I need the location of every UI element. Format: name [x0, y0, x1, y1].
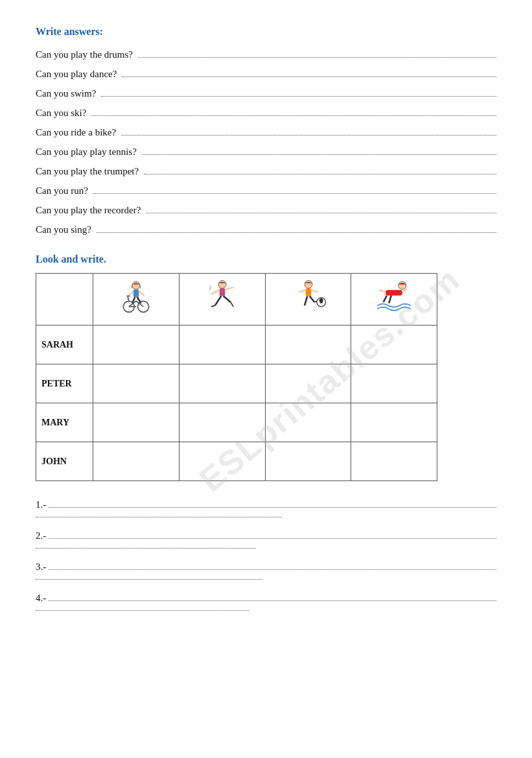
- question-text-5: Can you ride a bike?: [36, 127, 116, 138]
- svg-line-18: [224, 296, 231, 302]
- questions-section: Write answers: Can you play the drums? C…: [36, 26, 496, 235]
- writing-number-3: 3.-: [36, 562, 46, 573]
- svg-line-20: [231, 302, 233, 307]
- svg-text:♪: ♪: [208, 283, 212, 292]
- writing-item-4: 4.-: [36, 593, 496, 612]
- header-football: [265, 274, 351, 326]
- section1-title: Write answers:: [36, 26, 496, 38]
- writing-dotted-1a: [49, 507, 496, 508]
- header-dance: ♪: [179, 274, 266, 326]
- svg-line-32: [379, 290, 386, 292]
- svg-line-3: [139, 290, 145, 295]
- answer-line-6: [142, 154, 496, 155]
- swim-icon: [375, 279, 413, 318]
- question-text-10: Can you sing?: [36, 224, 91, 235]
- football-icon: [289, 279, 328, 318]
- table-row-mary: MARY: [36, 403, 437, 442]
- svg-line-24: [299, 290, 305, 292]
- table-header-row: ♪: [36, 274, 437, 326]
- header-empty: [36, 274, 93, 326]
- svg-line-27: [309, 296, 314, 302]
- header-swim: [351, 274, 437, 326]
- john-swim: [351, 442, 437, 481]
- writing-dotted-3a: [49, 569, 496, 570]
- bike-icon: [117, 279, 156, 318]
- svg-line-35: [389, 295, 391, 303]
- question-line-6: Can you play play tennis?: [36, 147, 496, 158]
- svg-rect-1: [133, 289, 139, 297]
- svg-line-25: [311, 290, 318, 292]
- question-line-3: Can you swim?: [36, 88, 496, 99]
- writing-section: 1.- 2.- 3.- 4.-: [36, 499, 496, 612]
- question-line-7: Can you play the trumpet?: [36, 166, 496, 177]
- writing-dotted-3b: [36, 579, 262, 580]
- question-line-10: Can you sing?: [36, 224, 496, 235]
- peter-swim: [351, 364, 437, 403]
- svg-line-17: [215, 296, 221, 305]
- question-line-2: Can you play dance?: [36, 69, 496, 80]
- question-text-1: Can you play the drums?: [36, 49, 133, 60]
- name-peter: PETER: [36, 364, 93, 403]
- name-john: JOHN: [36, 442, 93, 481]
- question-line-8: Can you run?: [36, 185, 496, 196]
- answer-line-4: [91, 115, 496, 116]
- peter-dance: [179, 364, 266, 403]
- name-sarah: SARAH: [36, 326, 93, 364]
- writing-line-4b: [36, 610, 496, 612]
- sarah-bike: [93, 326, 179, 364]
- answer-line-10: [97, 232, 496, 233]
- svg-line-15: [211, 290, 220, 294]
- writing-item-3: 3.-: [36, 562, 496, 581]
- look-write-section: Look and write.: [36, 254, 496, 481]
- sarah-dance: [179, 326, 266, 364]
- question-text-4: Can you ski?: [36, 108, 86, 119]
- svg-point-13: [218, 280, 226, 288]
- sarah-football: [265, 326, 351, 364]
- writing-dotted-4a: [49, 600, 496, 601]
- sarah-swim: [351, 326, 437, 364]
- svg-point-22: [305, 280, 312, 288]
- svg-line-11: [128, 296, 129, 301]
- writing-item-2: 2.-: [36, 530, 496, 550]
- question-line-5: Can you ride a bike?: [36, 127, 496, 138]
- question-text-8: Can you run?: [36, 185, 88, 196]
- answer-line-2: [122, 77, 496, 77]
- john-football: [265, 442, 351, 481]
- mary-bike: [93, 403, 179, 442]
- question-text-9: Can you play the recorder?: [36, 205, 141, 216]
- table-row-sarah: SARAH: [36, 326, 437, 364]
- question-line-9: Can you play the recorder?: [36, 205, 496, 216]
- john-dance: [179, 442, 266, 481]
- answer-line-9: [146, 213, 496, 213]
- writing-number-2: 2.-: [36, 530, 46, 541]
- question-text-3: Can you swim?: [36, 88, 96, 99]
- answer-line-1: [138, 57, 496, 58]
- question-line-4: Can you ski?: [36, 108, 496, 119]
- svg-line-34: [384, 295, 387, 302]
- mary-football: [265, 403, 351, 442]
- answer-line-5: [121, 135, 496, 136]
- peter-football: [265, 364, 351, 403]
- header-bike: [93, 274, 179, 326]
- question-text-6: Can you play play tennis?: [36, 147, 137, 158]
- question-line-1: Can you play the drums?: [36, 49, 496, 60]
- writing-item-1: 1.-: [36, 499, 496, 519]
- writing-line-2b: [36, 548, 496, 550]
- mary-dance: [179, 403, 266, 442]
- question-text-2: Can you play dance?: [36, 69, 117, 80]
- writing-line-2a: 2.-: [36, 530, 496, 541]
- writing-number-4: 4.-: [36, 593, 46, 604]
- writing-line-1a: 1.-: [36, 499, 496, 510]
- activity-table: ♪: [36, 273, 437, 481]
- answer-line-3: [101, 96, 496, 97]
- svg-rect-14: [220, 288, 226, 296]
- section2-title: Look and write.: [36, 254, 496, 265]
- svg-line-19: [211, 305, 215, 307]
- mary-swim: [351, 403, 437, 442]
- writing-dotted-2b: [36, 548, 256, 549]
- name-mary: MARY: [36, 403, 93, 442]
- svg-rect-31: [386, 290, 402, 296]
- answer-line-7: [144, 174, 496, 174]
- writing-line-1b: [36, 517, 496, 519]
- svg-rect-23: [305, 288, 311, 296]
